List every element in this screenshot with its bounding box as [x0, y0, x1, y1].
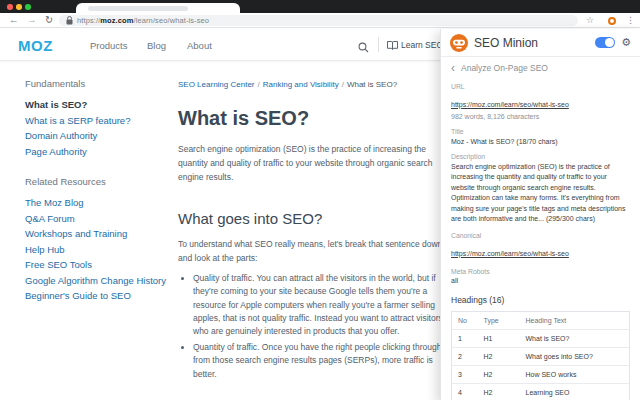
- canonical-label: Canonical: [451, 232, 630, 239]
- browser-toolbar: ← → ↻ https://moz.com/learn/seo/what-is-…: [0, 13, 640, 28]
- moz-logo[interactable]: MOZ: [18, 37, 53, 54]
- address-bar[interactable]: https://moz.com/learn/seo/what-is-seo: [59, 15, 578, 26]
- traffic-light-close-button[interactable]: [7, 4, 13, 10]
- cell-heading-text: What is SEO?: [520, 330, 630, 348]
- panel-body: URL https://moz.com/learn/seo/what-is-se…: [441, 79, 640, 400]
- title-section: Title Moz - What is SEO? (18/70 chars): [451, 128, 630, 145]
- sidebar-item-algorithm-history[interactable]: Google Algorithm Change History: [25, 273, 177, 289]
- article: SEO Learning Center/Ranking and Visibili…: [178, 80, 454, 383]
- breadcrumb-current: What is SEO?: [347, 80, 397, 89]
- back-chevron-icon[interactable]: ‹: [451, 62, 455, 74]
- intro-paragraph: Search engine optimization (SEO) is the …: [178, 143, 454, 184]
- table-row: 1 H1 What is SEO?: [452, 330, 630, 348]
- bullet-quality-of-traffic: Quality of traffic. You can attract all …: [193, 272, 454, 339]
- header-divider: [378, 37, 379, 52]
- breadcrumb-seo-learning-center[interactable]: SEO Learning Center: [178, 80, 255, 89]
- bullet-quantity-of-traffic: Quantity of traffic. Once you have the r…: [193, 341, 454, 381]
- canonical-section: Canonical https://moz.com/learn/seo/what…: [451, 232, 630, 260]
- headings-table-header-row: No Type Heading Text: [452, 312, 630, 330]
- forward-icon[interactable]: →: [27, 13, 37, 27]
- sidebar-item-moz-blog[interactable]: The Moz Blog: [25, 195, 177, 211]
- extension-toggle[interactable]: [595, 37, 615, 48]
- title-label: Title: [451, 128, 630, 135]
- book-icon: [387, 41, 398, 50]
- back-icon[interactable]: ←: [9, 13, 19, 27]
- tab-title-placeholder: [88, 6, 188, 11]
- nav-item-blog[interactable]: Blog: [147, 40, 166, 51]
- reload-icon[interactable]: ↻: [45, 13, 53, 27]
- breadcrumb: SEO Learning Center/Ranking and Visibili…: [178, 80, 454, 89]
- canonical-link[interactable]: https://moz.com/learn/seo/what-is-seo: [451, 250, 569, 257]
- gear-icon[interactable]: ⚙: [621, 37, 631, 48]
- breadcrumb-separator: /: [258, 80, 260, 89]
- sidebar-section-title-fundamentals: Fundamentals: [25, 78, 177, 89]
- page-title: What is SEO?: [178, 107, 454, 130]
- sidebar-item-what-is-seo[interactable]: What is SEO?: [25, 97, 177, 113]
- meta-robots-value: all: [451, 277, 630, 284]
- sidebar-section-title-related-resources: Related Resources: [25, 176, 177, 187]
- bookmark-star-icon[interactable]: ☆: [586, 13, 594, 27]
- col-header-heading-text: Heading Text: [520, 312, 630, 330]
- browser-menu-icon[interactable]: ⋮: [626, 13, 635, 27]
- url-link[interactable]: https://moz.com/learn/seo/what-is-seo: [451, 101, 569, 108]
- nav-item-about[interactable]: About: [187, 40, 212, 51]
- url-text: https://moz.com/learn/seo/what-is-seo: [77, 16, 209, 25]
- sidebar-item-workshops[interactable]: Workshops and Training: [25, 226, 177, 242]
- title-value: Moz - What is SEO? (18/70 chars): [451, 138, 630, 145]
- traffic-light-minimize-button[interactable]: [16, 4, 22, 10]
- sidebar-list-related-resources: The Moz Blog Q&A Forum Workshops and Tra…: [25, 195, 177, 304]
- nav-item-products[interactable]: Products: [90, 40, 128, 51]
- headings-count-title: Headings (16): [451, 295, 630, 305]
- url-scheme: https://: [77, 16, 100, 25]
- url-domain: moz.com: [100, 16, 133, 25]
- cell-type: H2: [478, 384, 520, 400]
- description-label: Description: [451, 153, 630, 160]
- sidebar-item-free-seo-tools[interactable]: Free SEO Tools: [25, 257, 177, 273]
- seo-minion-panel: SEO Minion ⚙ ‹ Analyze On-Page SEO URL h…: [440, 29, 640, 400]
- traffic-light-zoom-button[interactable]: [25, 4, 31, 10]
- browser-window: ← → ↻ https://moz.com/learn/seo/what-is-…: [0, 0, 640, 400]
- url-label: URL: [451, 83, 630, 90]
- cell-heading-text: Learning SEO: [520, 384, 630, 400]
- panel-title: SEO Minion: [474, 36, 589, 50]
- url-stats: 982 words, 8,126 characters: [451, 113, 630, 120]
- url-path: /learn/seo/what-is-seo: [134, 16, 210, 25]
- sidebar-list-fundamentals: What is SEO? What is a SERP feature? Dom…: [25, 97, 177, 159]
- sidebar: Fundamentals What is SEO? What is a SERP…: [25, 78, 177, 321]
- browser-tabstrip: [0, 0, 640, 13]
- bullet-list: Quality of traffic. You can attract all …: [178, 272, 454, 381]
- cell-no: 2: [452, 348, 478, 366]
- learn-seo-button[interactable]: Learn SEO: [387, 40, 443, 50]
- section-heading: What goes into SEO?: [178, 210, 454, 227]
- table-row: 3 H2 How SEO works: [452, 366, 630, 384]
- cell-heading-text: What goes into SEO?: [520, 348, 630, 366]
- description-section: Description Search engine optimization (…: [451, 153, 630, 225]
- sidebar-item-beginners-guide[interactable]: Beginner's Guide to SEO: [25, 288, 177, 304]
- search-icon[interactable]: [358, 39, 369, 57]
- cell-heading-text: How SEO works: [520, 366, 630, 384]
- meta-robots-label: Meta Robots: [451, 268, 630, 275]
- seo-minion-robot-icon: [450, 34, 468, 52]
- sidebar-item-domain-authority[interactable]: Domain Authority: [25, 128, 177, 144]
- breadcrumb-separator: /: [342, 80, 344, 89]
- panel-subheader: ‹ Analyze On-Page SEO: [441, 57, 640, 79]
- learn-seo-label: Learn SEO: [401, 40, 443, 50]
- table-row: 2 H2 What goes into SEO?: [452, 348, 630, 366]
- browser-tab[interactable]: [76, 3, 240, 13]
- sidebar-item-help-hub[interactable]: Help Hub: [25, 242, 177, 258]
- cell-no: 4: [452, 384, 478, 400]
- cell-no: 3: [452, 366, 478, 384]
- cell-type: H2: [478, 348, 520, 366]
- sidebar-item-qa-forum[interactable]: Q&A Forum: [25, 211, 177, 227]
- url-section: URL https://moz.com/learn/seo/what-is-se…: [451, 83, 630, 120]
- sidebar-item-page-authority[interactable]: Page Authority: [25, 144, 177, 160]
- lead-paragraph: To understand what SEO really means, let…: [178, 238, 454, 264]
- breadcrumb-ranking-visibility[interactable]: Ranking and Visibility: [263, 80, 339, 89]
- sidebar-item-serp-feature[interactable]: What is a SERP feature?: [25, 113, 177, 129]
- panel-header: SEO Minion ⚙: [441, 29, 640, 57]
- table-row: 4 H2 Learning SEO: [452, 384, 630, 400]
- headings-table: No Type Heading Text 1 H1 What is SEO? 2…: [451, 311, 630, 400]
- seo-minion-extension-icon[interactable]: [608, 17, 616, 25]
- description-value: Search engine optimization (SEO) is the …: [451, 162, 630, 224]
- cell-type: H1: [478, 330, 520, 348]
